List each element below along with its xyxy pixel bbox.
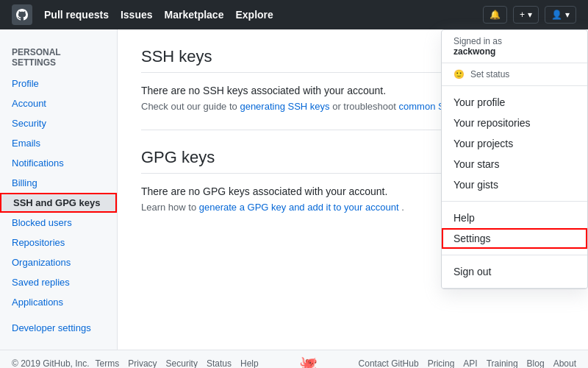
new-item-button[interactable]: + ▾: [513, 6, 539, 24]
footer-security[interactable]: Security: [166, 358, 198, 369]
bell-icon: 🔔: [490, 10, 501, 20]
footer-pricing[interactable]: Pricing: [428, 358, 455, 369]
footer-training[interactable]: Training: [487, 358, 518, 369]
user-dropdown-menu: Signed in as zackwong 🙂 Set status Your …: [441, 29, 588, 289]
dropdown-username: zackwong: [453, 46, 495, 57]
sidebar-item-billing[interactable]: Billing: [0, 173, 117, 193]
sidebar-item-developer-settings[interactable]: Developer settings: [0, 318, 117, 338]
sidebar-item-applications[interactable]: Applications: [0, 292, 117, 312]
user-avatar-button[interactable]: 👤 ▾: [545, 6, 576, 24]
ssh-section-title: SSH keys: [141, 47, 456, 73]
footer-center: 🐙: [299, 355, 318, 369]
dropdown-your-profile[interactable]: Your profile: [442, 92, 587, 113]
nav-explore[interactable]: Explore: [235, 9, 273, 21]
footer-privacy[interactable]: Privacy: [128, 358, 157, 369]
footer-blog[interactable]: Blog: [527, 358, 545, 369]
notifications-button[interactable]: 🔔: [483, 6, 507, 24]
dropdown-profile-section: Your profile Your repositories Your proj…: [442, 86, 587, 202]
sidebar-title: Personal settings: [0, 41, 117, 74]
gpg-guide-link[interactable]: generate a GPG key and add it to your ac…: [199, 202, 399, 213]
footer-left-links: Terms Privacy Security Status Help: [96, 358, 259, 369]
dropdown-your-projects[interactable]: Your projects: [442, 133, 587, 154]
sidebar-nav: Profile Account Security Emails Notifica…: [0, 74, 117, 338]
sidebar-item-security[interactable]: Security: [0, 113, 117, 133]
footer-help[interactable]: Help: [240, 358, 259, 369]
smiley-icon: 🙂: [453, 69, 465, 79]
nav-issues[interactable]: Issues: [121, 9, 153, 21]
gpg-section-title: GPG keys: [141, 148, 478, 174]
sidebar-item-account[interactable]: Account: [0, 93, 117, 113]
chevron-down-icon-2: ▾: [565, 10, 570, 20]
dropdown-your-stars[interactable]: Your stars: [442, 154, 587, 174]
nav-marketplace[interactable]: Marketplace: [165, 9, 224, 21]
sidebar-item-emails[interactable]: Emails: [0, 133, 117, 153]
sidebar-item-blocked-users[interactable]: Blocked users: [0, 213, 117, 233]
set-status-button[interactable]: 🙂 Set status: [442, 63, 587, 86]
set-status-label: Set status: [470, 69, 509, 79]
dropdown-your-repositories[interactable]: Your repositories: [442, 113, 587, 133]
sidebar-item-organizations[interactable]: Organizations: [0, 252, 117, 272]
dropdown-signout-section: Sign out: [442, 255, 587, 289]
footer: © 2019 GitHub, Inc. Terms Privacy Securi…: [0, 350, 588, 368]
footer-github-logo: 🐙: [299, 355, 318, 369]
dropdown-sign-out[interactable]: Sign out: [442, 261, 587, 282]
footer-right: Contact GitHub Pricing API Training Blog…: [359, 358, 576, 369]
sidebar: Personal settings Profile Account Securi…: [0, 29, 118, 350]
navbar-right: 🔔 + ▾ 👤 ▾: [483, 6, 576, 24]
dropdown-signed-in-header: Signed in as zackwong: [442, 30, 587, 63]
navbar-links: Pull requests Issues Marketplace Explore: [44, 9, 273, 21]
footer-left: © 2019 GitHub, Inc. Terms Privacy Securi…: [12, 358, 259, 369]
ssh-guide-link[interactable]: generating SSH keys: [240, 101, 329, 112]
github-logo: [12, 4, 32, 25]
sidebar-item-repositories[interactable]: Repositories: [0, 233, 117, 252]
footer-api[interactable]: API: [463, 358, 477, 369]
dropdown-your-gists[interactable]: Your gists: [442, 174, 587, 195]
navbar: Pull requests Issues Marketplace Explore…: [0, 0, 588, 29]
dropdown-help[interactable]: Help: [442, 208, 587, 228]
plus-icon: +: [520, 10, 525, 20]
footer-status[interactable]: Status: [207, 358, 232, 369]
footer-terms[interactable]: Terms: [96, 358, 120, 369]
avatar-icon: 👤: [551, 10, 562, 20]
dropdown-help-section: Help Settings: [442, 202, 587, 255]
chevron-down-icon: ▾: [528, 10, 532, 20]
dropdown-settings[interactable]: Settings: [442, 228, 587, 249]
sidebar-item-notifications[interactable]: Notifications: [0, 153, 117, 173]
nav-pull-requests[interactable]: Pull requests: [44, 9, 109, 21]
footer-about[interactable]: About: [553, 358, 576, 369]
footer-copyright: © 2019 GitHub, Inc.: [12, 358, 90, 369]
footer-contact[interactable]: Contact GitHub: [359, 358, 419, 369]
sidebar-item-saved-replies[interactable]: Saved replies: [0, 272, 117, 292]
sidebar-item-profile[interactable]: Profile: [0, 74, 117, 93]
sidebar-item-ssh-gpg-keys[interactable]: SSH and GPG keys: [0, 193, 117, 213]
